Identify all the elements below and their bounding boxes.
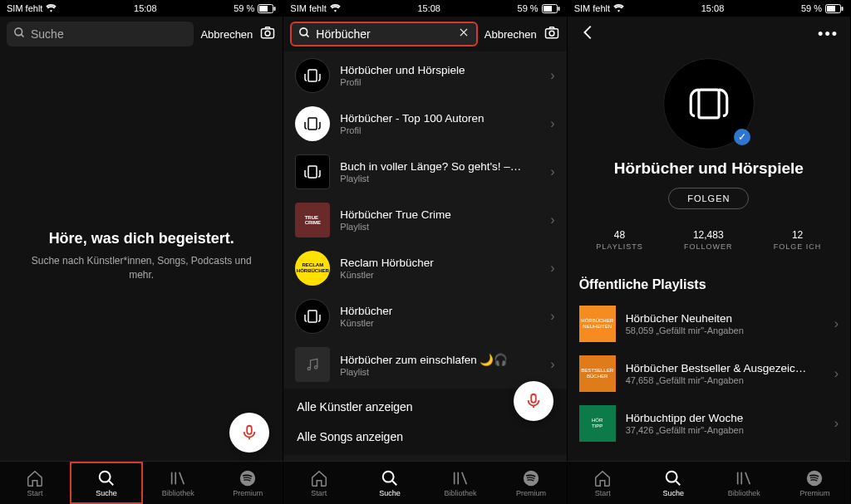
tab-suche[interactable]: Suche xyxy=(638,462,709,504)
result-thumb xyxy=(295,299,330,334)
svg-point-35 xyxy=(524,470,539,485)
cancel-button[interactable]: Abbrechen xyxy=(485,28,537,41)
mic-button[interactable] xyxy=(229,413,269,453)
chevron-right-icon: › xyxy=(550,213,554,228)
svg-line-4 xyxy=(21,34,23,37)
stat-followers[interactable]: 12,483FOLLOWER xyxy=(684,229,733,251)
playlist-thumb: HÖRBÜCHERNEUHEITEN xyxy=(579,306,616,342)
playlist-item[interactable]: HÖRTIPP Hörbuchtipp der Woche37,426 „Gef… xyxy=(568,399,850,448)
tab-suche[interactable]: Suche xyxy=(70,462,143,504)
profile-stats: 48PLAYLISTS 12,483FOLLOWER 12FOLGE ICH xyxy=(568,229,850,251)
tab-premium[interactable]: Premium xyxy=(213,462,283,504)
result-thumb xyxy=(295,106,330,141)
svg-rect-29 xyxy=(531,394,536,403)
tab-bibliothek[interactable]: Bibliothek xyxy=(143,462,213,504)
chevron-right-icon: › xyxy=(550,164,554,179)
svg-rect-7 xyxy=(248,426,253,434)
result-thumb: TRUECRIME xyxy=(295,203,330,237)
verified-badge: ✓ xyxy=(734,129,750,145)
status-bar: SIM fehlt 15:08 59 % xyxy=(568,0,850,17)
svg-point-17 xyxy=(300,27,307,35)
svg-point-30 xyxy=(383,471,394,482)
camera-button[interactable] xyxy=(259,24,276,44)
result-item[interactable]: Hörbücher - Top 100 AutorenProfil › xyxy=(283,100,566,148)
playlist-list: HÖRBÜCHERNEUHEITEN Hörbücher Neuheiten58… xyxy=(568,299,850,448)
svg-rect-24 xyxy=(308,118,317,130)
svg-line-31 xyxy=(392,480,397,485)
battery-icon xyxy=(825,4,844,13)
status-bar: SIM fehlt 15:08 59 % xyxy=(0,0,283,17)
svg-point-13 xyxy=(240,470,255,485)
battery-label: 59 % xyxy=(234,3,254,13)
chevron-right-icon: › xyxy=(550,68,554,83)
more-button[interactable]: ••• xyxy=(818,26,839,43)
stat-playlists[interactable]: 48PLAYLISTS xyxy=(596,229,642,251)
result-item[interactable]: RECLAMHÖRBÜCHER Reclam HörbücherKünstler… xyxy=(283,244,566,292)
result-item[interactable]: Hörbücher zum einschlafen 🌙🎧Playlist › xyxy=(283,340,566,389)
search-icon xyxy=(298,27,311,42)
svg-point-6 xyxy=(265,31,270,36)
tab-premium[interactable]: Premium xyxy=(496,462,567,504)
svg-point-22 xyxy=(549,31,554,36)
tab-premium[interactable]: Premium xyxy=(780,462,850,504)
clear-icon[interactable] xyxy=(458,27,470,42)
svg-rect-25 xyxy=(308,166,317,178)
svg-rect-1 xyxy=(259,6,268,12)
clock-label: 15:08 xyxy=(134,3,157,13)
result-item[interactable]: HörbücherKünstler › xyxy=(283,292,566,340)
tab-bibliothek[interactable]: Bibliothek xyxy=(709,462,780,504)
mic-button[interactable] xyxy=(514,381,553,421)
search-row: Abbrechen xyxy=(0,17,283,51)
empty-title: Höre, was dich begeistert. xyxy=(49,230,234,247)
svg-rect-23 xyxy=(308,70,317,81)
screen-search-empty: SIM fehlt 15:08 59 % Abbrechen Höre, was… xyxy=(0,0,283,504)
tab-start[interactable]: Start xyxy=(283,462,354,504)
cancel-button[interactable]: Abbrechen xyxy=(200,28,253,41)
battery-icon xyxy=(542,4,560,13)
follow-button[interactable]: FOLGEN xyxy=(668,188,749,209)
svg-rect-5 xyxy=(262,29,274,38)
empty-subtitle: Suche nach Künstler*innen, Songs, Podcas… xyxy=(20,254,263,282)
svg-rect-2 xyxy=(274,7,276,11)
profile-avatar: ✓ xyxy=(663,58,755,149)
tab-start[interactable]: Start xyxy=(0,462,70,504)
svg-rect-26 xyxy=(308,311,317,322)
back-button[interactable] xyxy=(579,23,598,45)
chevron-right-icon: › xyxy=(550,116,554,131)
result-item[interactable]: Hörbücher und HörspieleProfil › xyxy=(283,51,566,100)
chevron-right-icon: › xyxy=(550,357,554,372)
search-input[interactable] xyxy=(31,27,187,41)
tab-start[interactable]: Start xyxy=(568,462,638,504)
tab-bar: Start Suche Bibliothek Premium xyxy=(568,461,850,504)
chevron-right-icon: › xyxy=(834,416,839,431)
svg-rect-21 xyxy=(545,29,558,38)
svg-line-34 xyxy=(462,472,467,484)
stat-following[interactable]: 12FOLGE ICH xyxy=(774,229,822,251)
screen-search-results: SIM fehlt 15:08 59 % Abbrechen Hörbücher… xyxy=(283,0,567,504)
tab-bibliothek[interactable]: Bibliothek xyxy=(425,462,495,504)
empty-state: Höre, was dich begeistert. Suche nach Kü… xyxy=(0,51,283,461)
tab-suche[interactable]: Suche xyxy=(354,462,425,504)
svg-line-18 xyxy=(307,34,309,37)
search-box[interactable] xyxy=(290,22,477,46)
result-thumb xyxy=(295,347,330,382)
status-bar: SIM fehlt 15:08 59 % xyxy=(283,0,566,17)
tab-bar: Start Suche Bibliothek Premium xyxy=(283,461,566,504)
show-all-songs[interactable]: Alle Songs anzeigen xyxy=(283,425,566,455)
wifi-icon xyxy=(613,4,624,12)
camera-button[interactable] xyxy=(544,24,560,44)
battery-icon xyxy=(258,4,276,13)
result-item[interactable]: TRUECRIME Hörbücher True CrimePlaylist › xyxy=(283,196,566,244)
playlist-thumb: HÖRTIPP xyxy=(579,405,616,442)
search-box[interactable] xyxy=(7,22,194,46)
wifi-icon xyxy=(330,4,341,12)
search-row: Abbrechen xyxy=(283,17,566,51)
search-input[interactable] xyxy=(316,27,452,41)
chevron-right-icon: › xyxy=(550,261,554,276)
svg-point-45 xyxy=(807,470,822,485)
playlist-item[interactable]: HÖRBÜCHERNEUHEITEN Hörbücher Neuheiten58… xyxy=(568,299,850,349)
result-item[interactable]: Buch in voller Länge? So geht's! –…Playl… xyxy=(283,148,566,196)
svg-line-9 xyxy=(109,480,114,485)
playlist-item[interactable]: BESTSELLERBÜCHER Hörbücher Bestseller & … xyxy=(568,349,850,399)
svg-line-44 xyxy=(745,472,750,484)
